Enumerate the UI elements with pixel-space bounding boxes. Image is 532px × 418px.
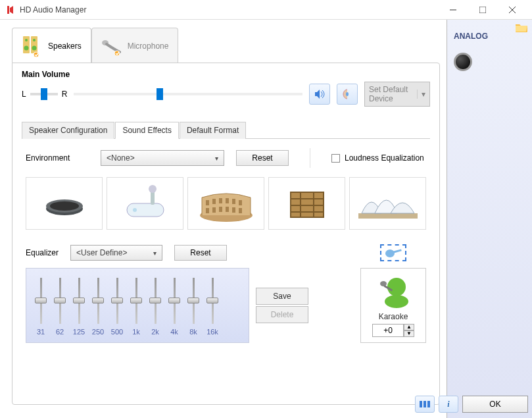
microphone-icon <box>100 35 122 57</box>
info-button[interactable]: i <box>439 396 458 413</box>
equalizer-sliders: 31621252505001k2k4k8k16k <box>26 268 249 343</box>
analog-label: ANALOG <box>454 32 525 41</box>
balance-right-label: R <box>62 90 68 99</box>
eq-slider-500[interactable] <box>110 278 124 324</box>
main-volume-slider[interactable] <box>74 93 302 95</box>
loudness-label: Loudness Equalization <box>345 153 424 163</box>
eq-slider-2k[interactable] <box>149 278 162 324</box>
balance-slider[interactable] <box>30 93 58 95</box>
eq-band-250: 250 <box>91 278 105 338</box>
svg-point-8 <box>24 46 29 51</box>
eq-slider-8k[interactable] <box>187 278 200 324</box>
set-default-device-button[interactable]: Set Default Device ▾ <box>364 82 430 107</box>
svg-rect-5 <box>31 36 37 53</box>
eq-band-label: 31 <box>37 328 45 336</box>
eq-band-label: 125 <box>73 328 85 336</box>
svg-rect-47 <box>420 401 422 407</box>
karaoke-spin-up[interactable]: ▲ <box>404 324 414 330</box>
svg-rect-49 <box>427 401 430 407</box>
svg-point-7 <box>33 39 36 41</box>
karaoke-label: Karaoke <box>379 312 408 321</box>
svg-point-6 <box>25 39 28 41</box>
chevron-down-icon: ▾ <box>215 155 218 162</box>
maximize-button[interactable] <box>468 1 497 19</box>
svg-rect-28 <box>206 208 209 213</box>
svg-point-16 <box>50 201 79 211</box>
svg-rect-30 <box>219 207 222 212</box>
set-default-label: Set Default Device <box>369 85 417 103</box>
eq-slider-31[interactable] <box>34 278 47 324</box>
ok-button[interactable]: OK <box>462 396 528 413</box>
main-volume-label: Main Volume <box>22 70 430 79</box>
settings-button[interactable] <box>415 396 435 413</box>
eq-band-125: 125 <box>72 278 85 338</box>
environment-combo[interactable]: <None> ▾ <box>101 150 224 166</box>
environment-label: Environment <box>26 153 89 163</box>
env-preset-warehouse[interactable] <box>268 177 345 230</box>
karaoke-spin-down[interactable]: ▼ <box>404 330 414 337</box>
eq-band-31: 31 <box>34 278 47 338</box>
app-icon <box>5 5 16 15</box>
eq-band-label: 16k <box>206 328 218 336</box>
analog-jack[interactable] <box>454 53 472 71</box>
svg-rect-29 <box>212 207 216 213</box>
svg-rect-40 <box>358 213 418 219</box>
eq-band-label: 250 <box>92 328 104 336</box>
folder-icon[interactable] <box>515 22 528 33</box>
eq-slider-16k[interactable] <box>206 278 219 324</box>
eq-band-2k: 2k <box>149 278 162 338</box>
svg-point-45 <box>380 281 387 286</box>
svg-rect-33 <box>239 208 242 213</box>
svg-rect-22 <box>206 200 209 205</box>
svg-point-41 <box>385 249 395 257</box>
close-button[interactable] <box>497 1 527 19</box>
equalizer-label: Equalizer <box>26 248 59 257</box>
speakers-icon <box>20 35 43 57</box>
svg-point-13 <box>346 92 349 96</box>
subtab-sound-effects[interactable]: Sound Effects <box>115 122 179 139</box>
karaoke-box: Karaoke +0 ▲ ▼ <box>360 268 426 343</box>
mute-button[interactable] <box>309 84 330 105</box>
svg-rect-27 <box>239 200 242 205</box>
svg-point-44 <box>385 295 408 308</box>
env-preset-opera-house[interactable] <box>349 177 426 230</box>
equalizer-delete-button[interactable]: Delete <box>256 306 308 323</box>
environment-reset-button[interactable]: Reset <box>236 150 289 166</box>
equalizer-reset-button[interactable]: Reset <box>174 245 227 261</box>
env-preset-colosseum[interactable] <box>187 177 264 230</box>
minimize-button[interactable] <box>438 1 468 19</box>
eq-slider-125[interactable] <box>72 278 85 324</box>
svg-rect-26 <box>232 199 235 204</box>
chevron-down-icon: ▾ <box>417 90 425 99</box>
env-preset-sewer-pipe[interactable] <box>26 177 103 230</box>
loudness-checkbox[interactable] <box>331 154 340 163</box>
eq-band-1k: 1k <box>130 278 143 338</box>
env-preset-bathroom[interactable] <box>107 177 183 230</box>
eq-slider-250[interactable] <box>91 278 105 324</box>
subtab-default-format[interactable]: Default Format <box>180 122 246 139</box>
eq-band-label: 4k <box>170 328 178 336</box>
equalizer-combo[interactable]: <User Define> ▾ <box>70 245 162 261</box>
svg-rect-23 <box>212 199 216 204</box>
karaoke-value[interactable]: +0 <box>372 324 404 337</box>
tab-speakers[interactable]: Speakers <box>12 28 91 63</box>
window-title: HD Audio Manager <box>20 5 438 14</box>
balance-left-label: L <box>22 90 26 99</box>
svg-point-43 <box>387 278 406 296</box>
sound-scheme-button[interactable] <box>337 84 358 105</box>
svg-rect-17 <box>127 203 164 217</box>
tab-microphone[interactable]: Microphone <box>91 28 179 63</box>
eq-slider-62[interactable] <box>53 278 66 324</box>
eq-band-16k: 16k <box>206 278 219 338</box>
svg-rect-4 <box>23 36 30 53</box>
equalizer-save-button[interactable]: Save <box>256 288 308 305</box>
subtab-speaker-configuration[interactable]: Speaker Configuration <box>22 122 114 139</box>
eq-slider-4k[interactable] <box>168 278 181 324</box>
equalizer-preset-guitar[interactable] <box>380 244 406 261</box>
eq-slider-1k[interactable] <box>130 278 143 324</box>
environment-value: <None> <box>107 153 135 163</box>
karaoke-icon <box>375 274 411 309</box>
eq-band-label: 500 <box>111 328 123 336</box>
eq-band-4k: 4k <box>168 278 181 338</box>
eq-band-62: 62 <box>53 278 66 338</box>
